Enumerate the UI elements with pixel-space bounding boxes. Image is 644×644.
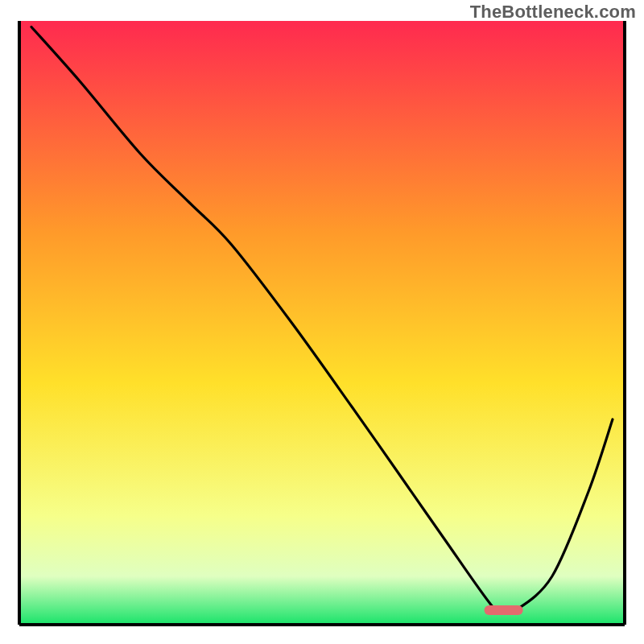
chart-stage: TheBottleneck.com [0,0,644,644]
optimum-marker [485,605,523,615]
bottleneck-chart [0,0,644,644]
watermark-text: TheBottleneck.com [470,2,636,23]
plot-background [19,21,625,625]
